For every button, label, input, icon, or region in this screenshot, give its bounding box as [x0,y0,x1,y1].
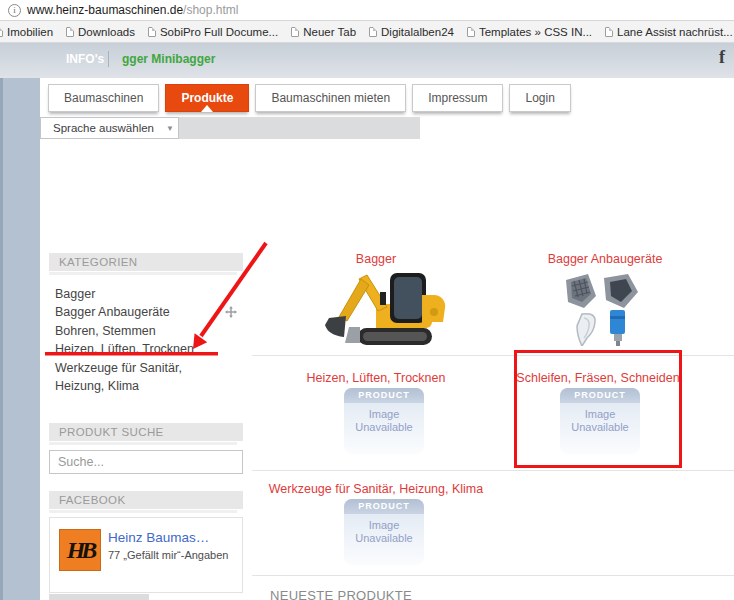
placeholder-line1: Image [585,408,616,420]
category-link-schleifen[interactable]: Schleifen, Fräsen, Schneiden [498,371,698,385]
page-icon [369,27,377,37]
bookmark-label: Lane Assist nachrüst... [617,26,733,38]
tab-impressum[interactable]: Impressum [412,84,503,112]
active-tab-notch [201,105,213,112]
bookmark-label: Neuer Tab [303,26,356,38]
webpage-viewport: INFO's gger Minibagger f Baumaschinen Pr… [0,43,734,600]
row-divider [252,355,734,356]
site-header: INFO's gger Minibagger f [0,43,734,78]
page-icon [148,27,156,37]
facebook-header: FACEBOOK [49,491,243,509]
category-link-werkzeuge[interactable]: Werkzeuge für Sanitär, Heizung, Klima [261,482,491,496]
page-icon [291,27,299,37]
bookmark-label: Digitalalben24 [381,26,454,38]
tab-login[interactable]: Login [509,84,570,112]
url-domain: www.heinz-baumaschinen.de [27,3,183,17]
category-link-heizen[interactable]: Heizen, Lüften, Trocknen [276,371,476,385]
page-icon [467,27,475,37]
header-underline [49,442,237,445]
tab-produkte[interactable]: Produkte [165,84,249,112]
header-divider [108,51,109,67]
category-list: Bagger Bagger Anbaugeräte Bohren, Stemme… [55,285,233,395]
bookmark-item[interactable]: SobiPro Full Docume... [148,26,278,38]
bookmark-item[interactable]: Digitalalben24 [369,26,454,38]
attachments-image[interactable] [556,270,646,346]
page-icon [0,27,3,37]
placeholder-band: PRODUCT [344,499,424,514]
facebook-widget: HB Heinz Baumas… 77 „Gefällt mir“-Angabe… [49,517,243,593]
page-icon [605,27,613,37]
excavator-image[interactable] [316,267,446,349]
language-select[interactable]: Sprache auswählen ▼ [40,117,179,139]
product-search-header: PRODUKT SUCHE [49,423,243,441]
sidebar-category-bohren-stemmen[interactable]: Bohren, Stemmen [55,322,233,340]
hb-logo[interactable]: HB [59,529,101,571]
move-icon[interactable] [225,306,237,318]
tab-label: Login [525,91,554,105]
tab-baumaschinen[interactable]: Baumaschinen [48,84,159,112]
sidebar-category-werkzeuge[interactable]: Werkzeuge für Sanitär, Heizung, Klima [55,359,233,396]
row-divider [252,470,734,471]
category-link-bagger[interactable]: Bagger [271,252,481,266]
address-bar[interactable]: i www.heinz-baumaschinen.de/shop.html [0,0,734,21]
next-sidebar-header-cut [49,594,149,600]
page-icon [66,27,74,37]
product-search-input[interactable] [49,450,243,474]
bookmark-label: Imobilien [7,26,53,38]
header-underline [49,272,237,275]
placeholder-line1: Image [369,408,400,420]
bookmark-item[interactable]: Templates » CSS IN... [467,26,592,38]
tab-label: Impressum [428,91,487,105]
facebook-page-link[interactable]: Heinz Baumas… [108,530,209,545]
tab-baumaschinen-mieten[interactable]: Baumaschinen mieten [255,84,406,112]
main-navigation: Baumaschinen Produkte Baumaschinen miete… [48,84,571,112]
placeholder-line2: Unavailable [355,532,412,544]
page-info-icon[interactable]: i [8,4,21,17]
breadcrumb[interactable]: gger Minibagger [122,52,215,66]
url-path: /shop.html [183,3,238,17]
product-image-placeholder[interactable]: PRODUCT ImageUnavailable [344,499,424,565]
sidebar-category-bagger[interactable]: Bagger [55,285,233,303]
bookmark-item[interactable]: Downloads [66,26,135,38]
header-underline [49,510,237,513]
latest-products-header: NEUESTE PRODUKTE [270,588,412,600]
bookmark-item[interactable]: Neuer Tab [291,26,356,38]
placeholder-line1: Image [369,519,400,531]
bookmark-label: SobiPro Full Docume... [160,26,278,38]
placeholder-line2: Unavailable [355,421,412,433]
bookmark-label: Templates » CSS IN... [479,26,592,38]
language-select-label: Sprache auswählen [53,122,154,134]
sidebar-category-anbaugeraete[interactable]: Bagger Anbaugeräte [55,303,233,321]
facebook-icon[interactable]: f [719,47,725,68]
tab-label: Produkte [181,91,233,105]
page-left-edge [0,43,3,600]
facebook-likes-count: 77 „Gefällt mir“-Angaben [108,549,228,561]
row-divider [252,575,734,576]
product-image-placeholder[interactable]: PRODUCT ImageUnavailable [344,388,424,454]
bookmark-item[interactable]: Lane Assist nachrüst... [605,26,733,38]
product-image-placeholder[interactable]: PRODUCT ImageUnavailable [560,388,640,454]
sidebar-category-heizen-lueften-trocknen[interactable]: Heizen, Lüften, Trocknen [55,340,233,358]
dropdown-arrow-icon: ▼ [166,124,174,133]
infos-nav-link[interactable]: INFO's [66,52,104,66]
placeholder-line2: Unavailable [571,421,628,433]
placeholder-band: PRODUCT [560,388,640,403]
placeholder-band: PRODUCT [344,388,424,403]
bookmark-item[interactable]: Imobilien [0,26,53,38]
categories-header: KATEGORIEN [49,253,243,271]
tab-label: Baumaschinen mieten [271,91,390,105]
browser-window: i www.heinz-baumaschinen.de/shop.html Im… [0,0,734,600]
bookmark-label: Downloads [78,26,135,38]
bookmarks-bar: Imobilien Downloads SobiPro Full Docume.… [0,21,734,43]
category-link-anbaugeraete[interactable]: Bagger Anbaugeräte [500,252,710,266]
tab-label: Baumaschinen [64,91,143,105]
url-field[interactable]: www.heinz-baumaschinen.de/shop.html [27,3,238,17]
